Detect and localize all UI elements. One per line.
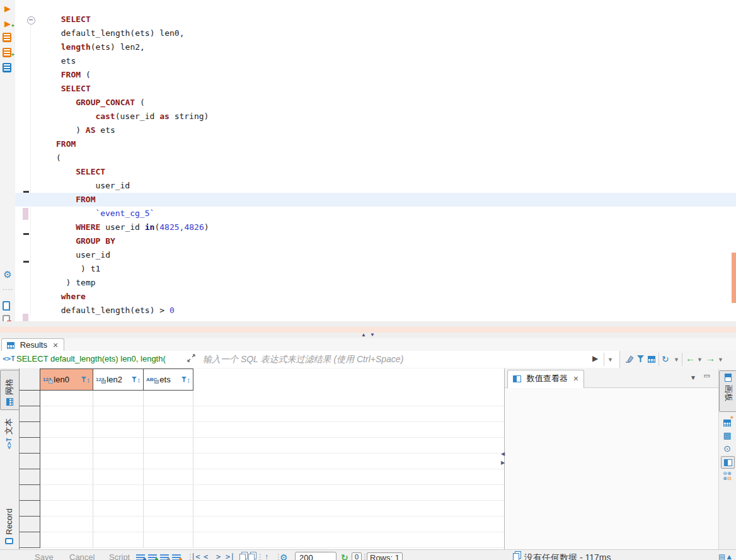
code-line[interactable]: FROM ( (15, 68, 736, 82)
apply-filter-icon[interactable]: ▶ (592, 354, 598, 363)
close-icon[interactable]: ✕ (53, 341, 59, 349)
row-header[interactable] (20, 454, 40, 469)
table-row[interactable] (20, 532, 505, 548)
view-menu-icon[interactable]: ▼ (690, 374, 696, 381)
column-header-len0[interactable]: 123len0↕ (40, 369, 93, 391)
prev-record-icon[interactable]: < (204, 552, 208, 560)
sash-collapse-up-icon[interactable]: ▲ (361, 332, 366, 338)
code-line[interactable]: GROUP BY (15, 234, 736, 248)
references-panel-icon[interactable]: ⊙ (721, 443, 733, 455)
execute-statement-icon[interactable]: ▶ (3, 4, 13, 14)
nav-back-dropdown-icon[interactable]: ▼ (697, 357, 703, 363)
export-result-icon[interactable]: → (3, 301, 13, 311)
collapse-right-icon[interactable]: ▶ (501, 460, 505, 466)
grid-cell[interactable] (144, 438, 193, 454)
tab-results[interactable]: Results ✕ (1, 338, 64, 351)
row-header[interactable] (20, 422, 40, 438)
fetch-size-input[interactable]: 200 (295, 552, 336, 560)
code-line[interactable]: cast(user_id as string) (15, 110, 736, 123)
grid-cell[interactable] (93, 454, 144, 469)
grouping-panel-icon[interactable]: ⊖⊕⊗⊟ (721, 471, 733, 483)
grid-cell[interactable] (40, 438, 93, 454)
row-header[interactable] (20, 438, 40, 454)
paste-value-icon[interactable] (248, 554, 255, 560)
grid-cell[interactable] (144, 422, 193, 438)
first-record-icon[interactable]: |< (191, 552, 200, 560)
refresh-dropdown-icon[interactable]: ▼ (674, 357, 679, 363)
code-line[interactable]: default_length(ets) > 0 (15, 304, 736, 317)
minimize-icon[interactable]: ▭ (704, 372, 710, 380)
row-header[interactable] (20, 485, 40, 501)
grid-cell[interactable] (93, 422, 144, 438)
refresh-cycle-icon[interactable]: ↻ (662, 354, 669, 364)
code-line[interactable]: WHERE user_id in(4825,4826) (15, 220, 736, 234)
nav-back-icon[interactable]: ← (686, 353, 695, 363)
code-line[interactable]: `event_cg_5` (15, 207, 736, 220)
grid-settings-icon[interactable]: ▤▲ (718, 552, 733, 560)
grid-cell[interactable] (93, 391, 144, 406)
grid-cell[interactable] (40, 422, 93, 438)
panel-sash-arrows[interactable]: ◀ ▶ (501, 451, 507, 467)
table-row[interactable] (20, 501, 505, 517)
code-line[interactable]: user_id (15, 179, 736, 193)
table-row[interactable] (20, 517, 505, 532)
grid-cell[interactable] (40, 532, 93, 548)
grid-cell[interactable] (144, 532, 193, 548)
nav-forward-icon[interactable]: → (706, 353, 715, 363)
code-line[interactable]: where (15, 290, 736, 304)
filter-history-dropdown-icon[interactable]: ▼ (607, 357, 613, 363)
grid-cell[interactable] (144, 406, 193, 422)
explain-plan-icon[interactable] (3, 63, 13, 73)
column-header-ets[interactable]: ABCets↕ (144, 369, 193, 391)
result-grid[interactable]: 123len0↕123len2↕ABCets↕ (19, 369, 505, 549)
grid-cell[interactable] (144, 469, 193, 485)
code-line[interactable]: length(ets) len2, (15, 40, 736, 54)
row-header[interactable] (20, 469, 40, 485)
editor-results-sash[interactable]: ▲ ▼ (0, 333, 736, 338)
fetch-refresh-icon[interactable]: ↻ (341, 552, 348, 560)
code-line[interactable]: user_id (15, 248, 736, 262)
filter-input[interactable]: <>T SELECT default_length(ets) len0, len… (0, 351, 620, 368)
table-row[interactable] (20, 454, 505, 469)
grid-cell[interactable] (93, 517, 144, 532)
next-record-icon[interactable]: > (216, 552, 221, 560)
grid-cell[interactable] (93, 501, 144, 517)
overview-ruler-marker[interactable] (732, 253, 736, 303)
save-filter-icon[interactable] (637, 355, 644, 364)
grid-cell[interactable] (144, 501, 193, 517)
copy-value-icon[interactable] (239, 554, 246, 560)
table-row[interactable] (20, 406, 505, 422)
grid-cell[interactable] (40, 391, 93, 406)
grid-cell[interactable] (93, 485, 144, 501)
row-header[interactable] (20, 532, 40, 548)
script-button[interactable]: Script (109, 552, 130, 560)
code-line[interactable]: ) temp (15, 276, 736, 290)
grid-cell[interactable] (93, 532, 144, 548)
code-line[interactable]: ) t1 (15, 262, 736, 276)
execute-script-icon[interactable] (3, 33, 13, 43)
execute-script-new-tab-icon[interactable] (3, 48, 13, 58)
grid-cell[interactable] (40, 454, 93, 469)
table-row[interactable] (20, 422, 505, 438)
grid-cell[interactable] (93, 438, 144, 454)
expand-filter-icon[interactable] (187, 354, 195, 364)
table-row[interactable] (20, 485, 505, 501)
code-line[interactable]: ( (15, 151, 736, 165)
grid-cell[interactable] (40, 469, 93, 485)
tab-grid-view[interactable]: 网格 (0, 370, 20, 410)
grid-cell[interactable] (144, 391, 193, 406)
grid-cell[interactable] (40, 485, 93, 501)
grid-cell[interactable] (40, 501, 93, 517)
row-header[interactable] (20, 406, 40, 422)
erase-filter-icon[interactable] (625, 355, 634, 365)
code-line[interactable]: default_length(ets) len0, (15, 26, 736, 40)
row-header[interactable] (20, 501, 40, 517)
grid-cell[interactable] (93, 406, 144, 422)
code-line[interactable]: GROUP_CONCAT ( (15, 96, 736, 110)
value-viewer-panel-icon[interactable] (721, 456, 735, 469)
code-line[interactable]: FROM (15, 137, 736, 151)
auto-refresh-count[interactable]: 0 (352, 552, 362, 560)
sash-collapse-down-icon[interactable]: ▼ (370, 332, 375, 338)
delete-row-icon[interactable] (172, 554, 181, 560)
code-line[interactable]: SELECT (15, 165, 736, 179)
